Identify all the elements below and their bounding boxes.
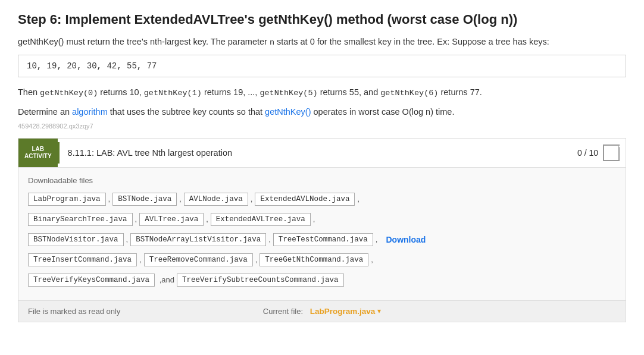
files-row-4: TreeInsertCommand.java , TreeRemoveComma… xyxy=(28,252,616,268)
lab-badge-line1: LAB xyxy=(24,146,52,153)
bottom-bar-inner: File is marked as read only Current file… xyxy=(28,307,616,316)
file-BinarySearchTree[interactable]: BinarySearchTree.java xyxy=(28,213,133,226)
getnthkey-6: getNthKey(6) xyxy=(380,89,438,98)
current-file-center: Current file: LabProgram.java ▾ xyxy=(263,307,381,316)
file-BSTNodeArrayListVisitor[interactable]: BSTNodeArrayListVisitor.java xyxy=(130,233,266,246)
lab-activity-title: 8.11.1: LAB: AVL tree Nth largest operat… xyxy=(58,142,571,164)
sep-2: , xyxy=(179,194,182,203)
sep-10: , xyxy=(376,235,378,244)
getnthkey-0: getNthKey(0) xyxy=(40,89,98,98)
sep-3: , xyxy=(251,194,253,203)
n-param: n xyxy=(270,38,274,47)
file-ExtendedAVLNode[interactable]: ExtendedAVLNode.java xyxy=(255,193,355,206)
sep-12: , xyxy=(255,255,258,264)
determine-line: Determine an algorithm that uses the sub… xyxy=(18,106,626,119)
algorithm-link[interactable]: algorithm xyxy=(72,107,108,117)
score-text: 0 / 10 xyxy=(577,148,598,158)
file-TreeGetNthCommand[interactable]: TreeGetNthCommand.java xyxy=(260,253,368,266)
file-TreeVerifyKeysCommand[interactable]: TreeVerifyKeysCommand.java xyxy=(28,274,155,287)
file-TreeVerifySubtreeCountsCommand[interactable]: TreeVerifySubtreeCountsCommand.java xyxy=(177,274,344,287)
file-AVLTree[interactable]: AVLTree.java xyxy=(139,213,204,226)
lab-badge-line2: ACTIVITY xyxy=(24,153,52,160)
intro-text-1: getNthKey() must return the tree's nth-l… xyxy=(18,37,270,46)
sep-1: , xyxy=(108,194,111,203)
id-line: 459428.2988902.qx3zqy7 xyxy=(18,122,626,130)
sep-6: , xyxy=(206,215,208,224)
file-ExtendedAVLTree[interactable]: ExtendedAVLTree.java xyxy=(211,213,311,226)
file-LabProgram[interactable]: LabProgram.java xyxy=(28,193,106,206)
lab-score: 0 / 10 xyxy=(571,139,626,167)
page-title: Step 6: Implement ExtendedAVLTree's getN… xyxy=(18,12,626,27)
sep-13: , xyxy=(371,255,373,264)
downloadable-label: Downloadable files xyxy=(28,176,616,185)
file-TreeInsertCommand[interactable]: TreeInsertCommand.java xyxy=(28,253,137,266)
lab-badge: LAB ACTIVITY xyxy=(18,139,58,167)
bottom-bar: File is marked as read only Current file… xyxy=(18,300,626,322)
sep-9: , xyxy=(268,235,271,244)
file-BSTNode[interactable]: BSTNode.java xyxy=(112,193,177,206)
intro-paragraph: getNthKey() must return the tree's nth-l… xyxy=(18,36,626,49)
lab-activity-header: LAB ACTIVITY 8.11.1: LAB: AVL tree Nth l… xyxy=(18,139,626,168)
current-file-name: LabProgram.java xyxy=(310,307,376,316)
code-example-text: 10, 19, 20, 30, 42, 55, 77 xyxy=(27,61,157,71)
intro-text-2: starts at 0 for the smallest key in the … xyxy=(274,37,549,46)
then-line: Then getNthKey(0) returns 10, getNthKey(… xyxy=(18,86,626,100)
sep-8: , xyxy=(126,235,129,244)
file-TreeTestCommand[interactable]: TreeTestCommand.java xyxy=(273,233,373,246)
file-BSTNodeVisitor[interactable]: BSTNodeVisitor.java xyxy=(28,233,124,246)
sep-11: , xyxy=(139,255,142,264)
file-AVLNode[interactable]: AVLNode.java xyxy=(184,193,248,206)
getnthkey-5: getNthKey(5) xyxy=(260,89,317,98)
dropdown-arrow-icon[interactable]: ▾ xyxy=(377,307,381,315)
file-TreeRemoveCommand[interactable]: TreeRemoveCommand.java xyxy=(144,253,253,266)
score-flag-icon xyxy=(603,144,620,161)
getnthkey-1: getNthKey(1) xyxy=(144,89,202,98)
download-button[interactable]: Download xyxy=(386,235,426,244)
getnthkey-highlight: getNthKey() xyxy=(265,107,311,117)
current-file-label: Current file: xyxy=(263,307,303,316)
code-example-block: 10, 19, 20, 30, 42, 55, 77 xyxy=(18,55,626,77)
sep-14: ,and xyxy=(157,275,174,284)
files-row-2: BinarySearchTree.java , AVLTree.java , E… xyxy=(28,211,616,228)
sep-5: , xyxy=(135,215,137,224)
sep-4: , xyxy=(357,194,359,203)
files-row-3: BSTNodeVisitor.java , BSTNodeArrayListVi… xyxy=(28,231,616,248)
downloadable-section: Downloadable files LabProgram.java , BST… xyxy=(18,168,626,300)
files-row-1: LabProgram.java , BSTNode.java , AVLNode… xyxy=(28,191,616,208)
lab-activity-box: LAB ACTIVITY 8.11.1: LAB: AVL tree Nth l… xyxy=(18,138,626,322)
sep-7: , xyxy=(313,215,315,224)
files-row-5: TreeVerifyKeysCommand.java ,and TreeVeri… xyxy=(28,272,616,288)
